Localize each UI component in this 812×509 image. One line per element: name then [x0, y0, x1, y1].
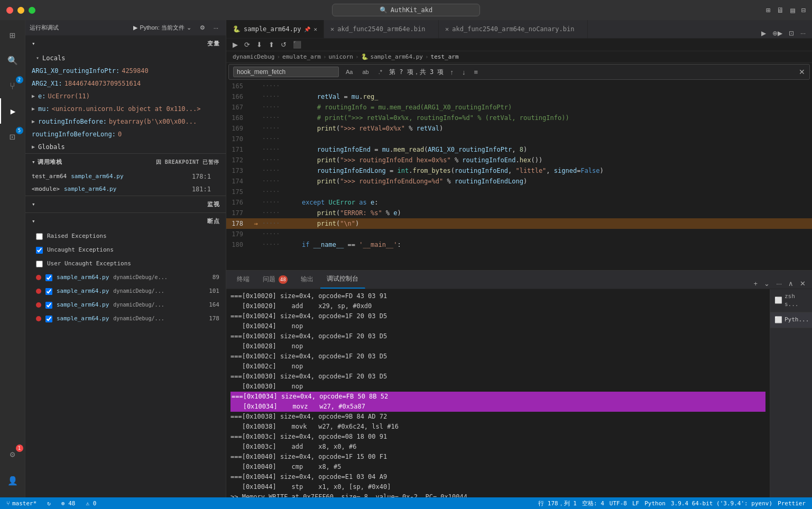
tab-akd-func-nocanary[interactable]: ✕ akd_func2540_arm64e_noCanary.bin ✕: [439, 20, 588, 38]
stack-item[interactable]: test_arm64 sample_arm64.py 178:1: [25, 170, 226, 183]
terminal-icon: ⬜: [774, 316, 782, 325]
run-btn[interactable]: ▶: [759, 29, 768, 38]
bp-item[interactable]: sample_arm64.py dynamicDebug/e... 89: [25, 271, 226, 284]
step-into-btn[interactable]: ⬇: [254, 40, 264, 50]
close-button[interactable]: [6, 7, 13, 14]
find-list-btn[interactable]: ≡: [472, 68, 480, 77]
find-next-btn[interactable]: ↓: [460, 68, 468, 77]
uncaught-exceptions-checkbox[interactable]: [36, 247, 43, 254]
var-item[interactable]: ▶ e: UcError(11): [25, 90, 226, 103]
language-status[interactable]: Python: [642, 497, 668, 509]
debug-run-btn[interactable]: ⊕▶: [770, 29, 785, 38]
sync-status[interactable]: ↻: [45, 497, 53, 509]
restart-btn[interactable]: ↺: [279, 40, 289, 50]
config-selector[interactable]: ▶ Python: 当前文件 ⌄: [130, 22, 194, 33]
more-actions-btn[interactable]: ···: [798, 29, 808, 38]
raised-exceptions-checkbox[interactable]: [36, 233, 43, 240]
grid-icon[interactable]: ⊞: [766, 6, 770, 14]
find-word-btn[interactable]: ab: [359, 68, 371, 76]
split-editor-btn[interactable]: ⊡: [787, 29, 796, 38]
step-out-btn[interactable]: ⬆: [266, 40, 276, 50]
code-editor[interactable]: 165 ····· 166 ····· retVal = mu.reg_ 167…: [226, 81, 812, 270]
find-regex-btn[interactable]: .*: [376, 68, 385, 76]
close-icon[interactable]: ✕: [313, 26, 317, 33]
bp-checkbox[interactable]: [45, 302, 52, 309]
branch-status[interactable]: ⑂ master*: [4, 497, 39, 509]
activity-extensions[interactable]: ⊡ 5: [0, 124, 25, 149]
panel-more-btn[interactable]: ⌄: [762, 279, 772, 289]
position-status[interactable]: 行 178，列 1: [536, 497, 579, 509]
bp-item[interactable]: sample_arm64.py dynamicDebug/... 178: [25, 312, 226, 326]
bp-raised-exceptions[interactable]: Raised Exceptions: [25, 229, 226, 243]
maximize-button[interactable]: [29, 7, 35, 14]
bp-uncaught-exceptions[interactable]: Uncaught Exceptions: [25, 243, 226, 257]
errors-status[interactable]: ⊗ 48: [59, 497, 78, 509]
breadcrumb-item[interactable]: sample_arm64.py: [371, 53, 423, 60]
line-ending-status[interactable]: LF: [630, 497, 641, 509]
line-indicator: [252, 102, 260, 113]
find-input[interactable]: [233, 67, 339, 77]
breakpoints-header[interactable]: ▾ 断点: [25, 213, 226, 229]
global-search-bar[interactable]: 🔍 AuthKit_akd: [332, 4, 480, 16]
warnings-status[interactable]: ⚠ 0: [84, 497, 98, 509]
activity-explorer[interactable]: ⊞: [0, 22, 25, 48]
debug-console-content[interactable]: ===[0x10020] size=0x4, opcode=FD 43 03 9…: [226, 289, 770, 497]
panel-icon[interactable]: ▤: [790, 6, 795, 14]
activity-user[interactable]: 👤: [0, 468, 25, 493]
stop-btn[interactable]: ⬛: [291, 40, 303, 50]
bp-item[interactable]: sample_arm64.py dynamicDebug/... 101: [25, 284, 226, 298]
tab-sample-arm64[interactable]: 🐍 sample_arm64.py 📌 ✕: [226, 20, 324, 38]
find-case-btn[interactable]: Aa: [343, 68, 355, 76]
stack-item[interactable]: <module> sample_arm64.py 181:1: [25, 183, 226, 196]
breadcrumb-item[interactable]: test_arm: [431, 53, 459, 60]
debug-more-btn[interactable]: ···: [210, 23, 222, 33]
formatter-status[interactable]: Prettier: [776, 497, 808, 509]
breadcrumb-item[interactable]: emulate_arm: [282, 53, 321, 60]
tab-akd-func-arm64e[interactable]: ✕ akd_func2540_arm64e.bin ✕: [324, 20, 439, 38]
activity-settings[interactable]: ⚙ 1: [0, 441, 25, 467]
monitor-icon[interactable]: 🖥: [777, 6, 784, 14]
breadcrumb-item[interactable]: unicorn: [329, 53, 353, 60]
user-uncaught-checkbox[interactable]: [36, 261, 43, 267]
layout-icon[interactable]: ⊟: [801, 6, 806, 14]
variables-header[interactable]: ▾ 变量: [25, 35, 226, 52]
spaces-status[interactable]: 空格: 4: [580, 497, 606, 509]
encoding-status[interactable]: UTF-8: [607, 497, 629, 509]
var-item[interactable]: ▶ mu: <unicorn.unicorn.Uc object at 0x11…: [25, 103, 226, 115]
continue-btn[interactable]: ▶: [230, 40, 240, 50]
tab-problems[interactable]: 问题 48: [256, 270, 294, 289]
activity-debug[interactable]: ▶: [0, 98, 25, 124]
panel-ellipsis-btn[interactable]: ···: [774, 279, 784, 289]
call-stack-header[interactable]: ▾ 调用堆栈 因 breakpoint 已暂停: [25, 154, 226, 170]
language-text: Python: [644, 500, 666, 507]
bp-checkbox[interactable]: [45, 274, 52, 281]
bp-checkbox[interactable]: [45, 288, 52, 295]
watch-header[interactable]: ▾ 监视: [25, 196, 226, 212]
bp-user-uncaught-exceptions[interactable]: User Uncaught Exceptions: [25, 257, 226, 271]
panel-close-btn[interactable]: ✕: [798, 279, 808, 289]
bp-checkbox[interactable]: [45, 316, 52, 322]
terminal-session-zsh[interactable]: ⬜ zsh s...: [770, 289, 812, 312]
panel-collapse-btn[interactable]: ∧: [786, 279, 796, 289]
activity-git[interactable]: ⑂ 2: [0, 73, 25, 98]
step-over-btn[interactable]: ⟳: [242, 40, 252, 50]
version-status[interactable]: 3.9.4 64-bit ('3.9.4': pyenv): [669, 497, 774, 509]
locals-group[interactable]: ▾ Locals: [25, 52, 226, 64]
tab-output[interactable]: 输出: [294, 270, 320, 289]
bp-item[interactable]: sample_arm64.py dynamicDebug/... 164: [25, 298, 226, 312]
debug-settings-btn[interactable]: ⚙: [197, 23, 208, 33]
minimize-button[interactable]: [17, 7, 24, 14]
activity-search[interactable]: 🔍: [0, 48, 25, 73]
call-stack-label: 调用堆栈: [38, 158, 62, 166]
breakpoints-label: 断点: [207, 217, 219, 225]
globals-group[interactable]: ▶ Globals: [25, 141, 226, 153]
find-close-btn[interactable]: ✕: [799, 68, 805, 76]
panel-add-btn[interactable]: +: [752, 279, 760, 289]
find-prev-btn[interactable]: ↑: [448, 68, 456, 77]
breadcrumb-item[interactable]: dynamicDebug: [233, 53, 274, 60]
var-item[interactable]: ▶ routingInfoBefore: bytearray(b'\x00\x0…: [25, 115, 226, 128]
tab-terminal[interactable]: 终端: [230, 270, 256, 289]
terminal-session-python[interactable]: ⬜ Pyth...: [770, 312, 812, 328]
var-key: ARG2_X1:: [32, 78, 62, 89]
tab-debug-console[interactable]: 调试控制台: [320, 270, 365, 289]
